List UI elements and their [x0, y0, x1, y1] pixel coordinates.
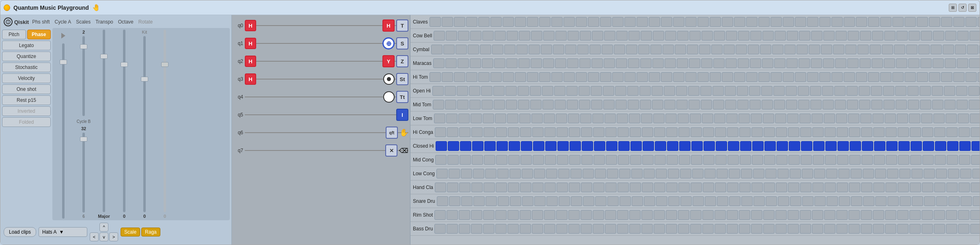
drum-pad[interactable]	[884, 58, 895, 68]
drum-pad[interactable]	[943, 45, 954, 54]
drum-pad[interactable]	[870, 45, 881, 54]
drum-pad[interactable]	[800, 210, 811, 220]
drum-pad[interactable]	[874, 141, 885, 151]
drum-pad[interactable]	[433, 58, 445, 68]
drum-pad[interactable]	[783, 72, 794, 82]
drum-pad[interactable]	[789, 141, 800, 151]
drum-pad[interactable]	[859, 100, 870, 110]
drum-pad[interactable]	[762, 100, 773, 110]
drum-pad[interactable]	[802, 169, 813, 178]
drum-pad[interactable]	[764, 141, 776, 151]
drum-pad[interactable]	[559, 196, 570, 206]
drum-pad[interactable]	[471, 127, 483, 137]
drum-pad[interactable]	[532, 224, 543, 234]
drum-pad[interactable]	[711, 45, 723, 54]
drum-pad[interactable]	[897, 210, 909, 220]
drum-pad[interactable]	[835, 100, 846, 110]
drum-pad[interactable]	[833, 45, 844, 54]
drum-pad[interactable]	[498, 196, 509, 206]
drum-pad[interactable]	[654, 155, 666, 165]
drum-pad[interactable]	[776, 183, 787, 192]
drum-pad[interactable]	[687, 45, 698, 54]
drum-pad[interactable]	[800, 224, 811, 234]
drum-pad[interactable]	[551, 17, 563, 27]
drum-pad[interactable]	[703, 155, 714, 165]
drum-pad[interactable]	[673, 17, 684, 27]
drum-pad[interactable]	[922, 183, 933, 192]
drum-pad[interactable]	[591, 58, 603, 68]
drum-pad[interactable]	[910, 183, 921, 192]
drum-pad[interactable]	[799, 58, 810, 68]
drum-pad[interactable]	[469, 86, 480, 96]
drum-pad[interactable]	[691, 183, 702, 192]
drum-pad[interactable]	[581, 183, 592, 192]
drum-pad[interactable]	[758, 72, 770, 82]
drum-pad[interactable]	[941, 72, 952, 82]
drum-pad[interactable]	[471, 224, 482, 234]
drum-pad[interactable]	[726, 31, 737, 41]
hats-dropdown[interactable]: Hats A ▼	[39, 227, 87, 237]
drum-pad[interactable]	[929, 72, 940, 82]
drum-pad[interactable]	[958, 224, 969, 234]
drum-pad[interactable]	[898, 183, 909, 192]
drum-pad[interactable]	[434, 114, 445, 123]
drum-pad[interactable]	[577, 45, 589, 54]
drum-pad[interactable]	[543, 58, 554, 68]
drum-pad[interactable]	[947, 155, 958, 165]
drum-pad[interactable]	[795, 17, 806, 27]
drum-pad[interactable]	[556, 114, 567, 123]
drum-pad[interactable]	[837, 155, 848, 165]
drum-pad[interactable]	[650, 45, 662, 54]
drum-pad[interactable]	[520, 127, 531, 137]
drum-pad[interactable]	[589, 45, 601, 54]
gate-h-q0[interactable]: H	[245, 20, 256, 31]
drum-pad[interactable]	[568, 31, 579, 41]
drum-pad[interactable]	[972, 169, 980, 178]
drum-pad[interactable]	[777, 141, 788, 151]
drum-pad[interactable]	[810, 100, 822, 110]
drum-pad[interactable]	[897, 224, 909, 234]
drum-pad[interactable]	[607, 196, 619, 206]
stochastic-button[interactable]: Stochastic	[2, 62, 51, 72]
drum-pad[interactable]	[788, 183, 799, 192]
drum-pad[interactable]	[929, 17, 940, 27]
drum-pad[interactable]	[504, 45, 516, 54]
drum-pad[interactable]	[541, 45, 552, 54]
drum-pad[interactable]	[723, 45, 735, 54]
drum-pad[interactable]	[627, 86, 639, 96]
drum-pad[interactable]	[691, 141, 703, 151]
drum-pad[interactable]	[960, 169, 971, 178]
drum-pad[interactable]	[704, 169, 716, 178]
drum-pad[interactable]	[860, 114, 872, 123]
drum-pad[interactable]	[811, 31, 822, 41]
drum-pad[interactable]	[911, 141, 922, 151]
drum-pad[interactable]	[716, 141, 727, 151]
drum-pad[interactable]	[922, 155, 934, 165]
drum-pad[interactable]	[460, 155, 471, 165]
drum-pad[interactable]	[486, 196, 497, 206]
drum-pad[interactable]	[603, 100, 615, 110]
drum-pad[interactable]	[555, 100, 566, 110]
drum-pad[interactable]	[466, 72, 477, 82]
drum-pad[interactable]	[921, 114, 933, 123]
drum-pad[interactable]	[434, 224, 446, 234]
phs-shft-track[interactable]	[62, 43, 65, 219]
drum-pad[interactable]	[765, 169, 777, 178]
drum-pad[interactable]	[594, 141, 605, 151]
drum-pad[interactable]	[750, 58, 761, 68]
drum-pad[interactable]	[861, 127, 872, 137]
drum-pad[interactable]	[846, 86, 858, 96]
drum-pad[interactable]	[944, 86, 955, 96]
raga-button[interactable]: Raga	[141, 228, 160, 236]
drum-pad[interactable]	[895, 86, 907, 96]
drum-pad[interactable]	[654, 127, 665, 137]
drum-pad[interactable]	[874, 155, 885, 165]
drum-pad[interactable]	[563, 17, 575, 27]
drum-pad[interactable]	[522, 169, 533, 178]
drum-pad[interactable]	[961, 196, 972, 206]
drum-pad[interactable]	[834, 86, 846, 96]
drum-pad[interactable]	[773, 86, 785, 96]
drum-pad[interactable]	[436, 169, 448, 178]
inverted-button[interactable]: Inverted	[2, 106, 51, 116]
drum-pad[interactable]	[861, 183, 872, 192]
